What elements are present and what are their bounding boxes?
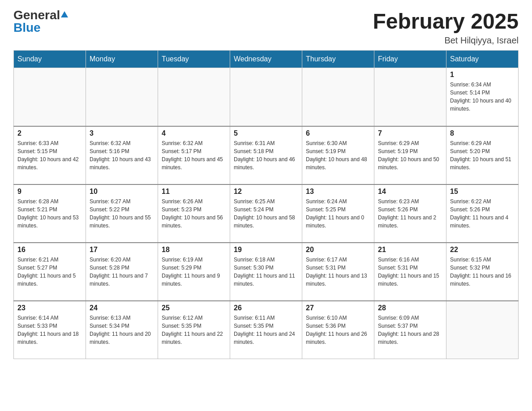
- calendar-day-cell: [14, 68, 86, 126]
- calendar-day-cell: [230, 68, 302, 126]
- calendar-table: SundayMondayTuesdayWednesdayThursdayFrid…: [13, 50, 519, 359]
- day-number: 3: [90, 129, 154, 137]
- calendar-day-cell: 26Sunrise: 6:11 AMSunset: 5:35 PMDayligh…: [230, 301, 302, 359]
- day-number: 25: [162, 304, 226, 312]
- logo: General Blue: [13, 9, 69, 34]
- day-number: 2: [17, 129, 82, 137]
- day-info: Sunrise: 6:14 AMSunset: 5:33 PMDaylight:…: [17, 314, 82, 346]
- day-number: 1: [450, 71, 515, 79]
- calendar-day-cell: 22Sunrise: 6:15 AMSunset: 5:32 PMDayligh…: [446, 243, 519, 301]
- calendar-day-cell: 13Sunrise: 6:24 AMSunset: 5:25 PMDayligh…: [302, 184, 374, 243]
- calendar-week-row: 2Sunrise: 6:33 AMSunset: 5:15 PMDaylight…: [14, 126, 519, 184]
- calendar-day-cell: 3Sunrise: 6:32 AMSunset: 5:16 PMDaylight…: [86, 126, 158, 184]
- day-info: Sunrise: 6:30 AMSunset: 5:19 PMDaylight:…: [306, 139, 370, 171]
- calendar-day-cell: 2Sunrise: 6:33 AMSunset: 5:15 PMDaylight…: [14, 126, 86, 184]
- day-number: 13: [306, 188, 370, 196]
- day-info: Sunrise: 6:12 AMSunset: 5:35 PMDaylight:…: [162, 314, 226, 346]
- calendar-day-cell: 14Sunrise: 6:23 AMSunset: 5:26 PMDayligh…: [374, 184, 446, 243]
- day-info: Sunrise: 6:09 AMSunset: 5:37 PMDaylight:…: [378, 314, 442, 346]
- calendar-day-cell: 9Sunrise: 6:28 AMSunset: 5:21 PMDaylight…: [14, 184, 86, 243]
- calendar-week-row: 9Sunrise: 6:28 AMSunset: 5:21 PMDaylight…: [14, 184, 519, 243]
- calendar-day-cell: [158, 68, 230, 126]
- calendar-week-row: 1Sunrise: 6:34 AMSunset: 5:14 PMDaylight…: [14, 68, 519, 126]
- weekday-header-tuesday: Tuesday: [158, 51, 230, 68]
- day-number: 10: [90, 188, 154, 196]
- day-number: 27: [306, 304, 370, 312]
- day-info: Sunrise: 6:10 AMSunset: 5:36 PMDaylight:…: [306, 314, 370, 346]
- day-number: 11: [162, 188, 226, 196]
- calendar-day-cell: 12Sunrise: 6:25 AMSunset: 5:24 PMDayligh…: [230, 184, 302, 243]
- day-info: Sunrise: 6:19 AMSunset: 5:29 PMDaylight:…: [162, 256, 226, 288]
- weekday-header-saturday: Saturday: [446, 51, 519, 68]
- logo-text: General: [13, 9, 69, 21]
- location: Bet Hilqiyya, Israel: [373, 35, 519, 46]
- logo-blue-text: Blue: [13, 21, 41, 34]
- weekday-header-friday: Friday: [374, 51, 446, 68]
- day-info: Sunrise: 6:17 AMSunset: 5:31 PMDaylight:…: [306, 256, 370, 288]
- day-info: Sunrise: 6:27 AMSunset: 5:22 PMDaylight:…: [90, 197, 154, 230]
- day-info: Sunrise: 6:21 AMSunset: 5:27 PMDaylight:…: [17, 256, 82, 288]
- calendar-day-cell: 23Sunrise: 6:14 AMSunset: 5:33 PMDayligh…: [14, 301, 86, 359]
- calendar-day-cell: 19Sunrise: 6:18 AMSunset: 5:30 PMDayligh…: [230, 243, 302, 301]
- calendar-day-cell: 25Sunrise: 6:12 AMSunset: 5:35 PMDayligh…: [158, 301, 230, 359]
- day-info: Sunrise: 6:23 AMSunset: 5:26 PMDaylight:…: [378, 197, 442, 230]
- calendar-day-cell: [86, 68, 158, 126]
- calendar-week-row: 23Sunrise: 6:14 AMSunset: 5:33 PMDayligh…: [14, 301, 519, 359]
- calendar-day-cell: 21Sunrise: 6:16 AMSunset: 5:31 PMDayligh…: [374, 243, 446, 301]
- day-number: 24: [90, 304, 154, 312]
- day-number: 8: [450, 129, 515, 137]
- day-number: 23: [17, 304, 82, 312]
- calendar-day-cell: [302, 68, 374, 126]
- weekday-header-thursday: Thursday: [302, 51, 374, 68]
- day-info: Sunrise: 6:34 AMSunset: 5:14 PMDaylight:…: [450, 81, 515, 113]
- calendar-day-cell: [374, 68, 446, 126]
- day-number: 22: [450, 246, 515, 254]
- day-number: 14: [378, 188, 442, 196]
- day-number: 16: [17, 246, 82, 254]
- calendar-day-cell: 28Sunrise: 6:09 AMSunset: 5:37 PMDayligh…: [374, 301, 446, 359]
- day-info: Sunrise: 6:29 AMSunset: 5:19 PMDaylight:…: [378, 139, 442, 171]
- calendar-day-cell: 17Sunrise: 6:20 AMSunset: 5:28 PMDayligh…: [86, 243, 158, 301]
- day-info: Sunrise: 6:18 AMSunset: 5:30 PMDaylight:…: [234, 256, 298, 288]
- title-section: February 2025 Bet Hilqiyya, Israel: [373, 9, 519, 46]
- calendar-day-cell: 11Sunrise: 6:26 AMSunset: 5:23 PMDayligh…: [158, 184, 230, 243]
- logo-general: General: [13, 8, 60, 22]
- calendar-day-cell: 7Sunrise: 6:29 AMSunset: 5:19 PMDaylight…: [374, 126, 446, 184]
- day-info: Sunrise: 6:20 AMSunset: 5:28 PMDaylight:…: [90, 256, 154, 288]
- day-info: Sunrise: 6:22 AMSunset: 5:26 PMDaylight:…: [450, 197, 515, 230]
- day-number: 4: [162, 129, 226, 137]
- day-info: Sunrise: 6:11 AMSunset: 5:35 PMDaylight:…: [234, 314, 298, 346]
- calendar-day-cell: 16Sunrise: 6:21 AMSunset: 5:27 PMDayligh…: [14, 243, 86, 301]
- calendar-day-cell: 1Sunrise: 6:34 AMSunset: 5:14 PMDaylight…: [446, 68, 519, 126]
- day-number: 19: [234, 246, 298, 254]
- day-info: Sunrise: 6:32 AMSunset: 5:17 PMDaylight:…: [162, 139, 226, 171]
- day-info: Sunrise: 6:31 AMSunset: 5:18 PMDaylight:…: [234, 139, 298, 171]
- page-header: General Blue February 2025 Bet Hilqiyya,…: [13, 9, 519, 46]
- weekday-header-monday: Monday: [86, 51, 158, 68]
- calendar-day-cell: 4Sunrise: 6:32 AMSunset: 5:17 PMDaylight…: [158, 126, 230, 184]
- calendar-day-cell: 27Sunrise: 6:10 AMSunset: 5:36 PMDayligh…: [302, 301, 374, 359]
- calendar-day-cell: 24Sunrise: 6:13 AMSunset: 5:34 PMDayligh…: [86, 301, 158, 359]
- logo-triangle-icon: [61, 11, 68, 17]
- calendar-day-cell: 15Sunrise: 6:22 AMSunset: 5:26 PMDayligh…: [446, 184, 519, 243]
- day-info: Sunrise: 6:32 AMSunset: 5:16 PMDaylight:…: [90, 139, 154, 171]
- day-info: Sunrise: 6:33 AMSunset: 5:15 PMDaylight:…: [17, 139, 82, 171]
- day-number: 17: [90, 246, 154, 254]
- calendar-day-cell: 20Sunrise: 6:17 AMSunset: 5:31 PMDayligh…: [302, 243, 374, 301]
- day-info: Sunrise: 6:28 AMSunset: 5:21 PMDaylight:…: [17, 197, 82, 230]
- day-number: 15: [450, 188, 515, 196]
- day-number: 18: [162, 246, 226, 254]
- day-number: 6: [306, 129, 370, 137]
- weekday-header-sunday: Sunday: [14, 51, 86, 68]
- month-title: February 2025: [373, 9, 519, 34]
- calendar-header-row: SundayMondayTuesdayWednesdayThursdayFrid…: [14, 51, 519, 68]
- day-info: Sunrise: 6:29 AMSunset: 5:20 PMDaylight:…: [450, 139, 515, 171]
- day-number: 20: [306, 246, 370, 254]
- calendar-day-cell: 6Sunrise: 6:30 AMSunset: 5:19 PMDaylight…: [302, 126, 374, 184]
- day-info: Sunrise: 6:15 AMSunset: 5:32 PMDaylight:…: [450, 256, 515, 288]
- calendar-week-row: 16Sunrise: 6:21 AMSunset: 5:27 PMDayligh…: [14, 243, 519, 301]
- day-number: 5: [234, 129, 298, 137]
- day-info: Sunrise: 6:26 AMSunset: 5:23 PMDaylight:…: [162, 197, 226, 230]
- day-info: Sunrise: 6:24 AMSunset: 5:25 PMDaylight:…: [306, 197, 370, 230]
- day-info: Sunrise: 6:25 AMSunset: 5:24 PMDaylight:…: [234, 197, 298, 230]
